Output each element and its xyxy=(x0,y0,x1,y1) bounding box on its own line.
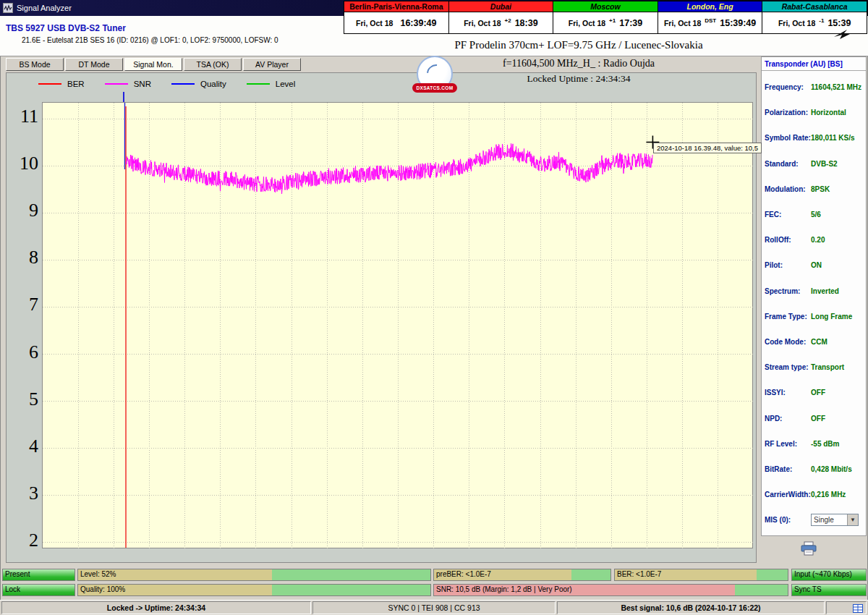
cursor-tooltip: 2024-10-18 16.39.48, value: 10,5 xyxy=(653,143,762,153)
legend-snr: SNR xyxy=(105,80,151,88)
legend-label: Quality xyxy=(200,80,226,88)
param-label: MIS (0): xyxy=(765,516,811,524)
transponder-row: Modulation:8PSK xyxy=(762,177,866,202)
param-label: BitRate: xyxy=(765,465,811,473)
status-bar: Locked -> Uptime: 24:34:34 SYNC 0 | TEI … xyxy=(0,600,868,615)
param-value: 5/6 xyxy=(811,211,821,219)
param-label: Standard: xyxy=(765,160,811,168)
clock-datetime: Fri, Oct 18+117:39 xyxy=(553,12,658,33)
y-tick: 10 xyxy=(8,153,38,174)
param-value: Horizontal xyxy=(811,109,846,116)
lock-indicator: Lock xyxy=(2,584,75,596)
param-label: NPD: xyxy=(765,415,811,423)
clock-datetime: Fri, Oct 18+218:39 xyxy=(449,12,553,33)
clock-city-label: Rabat-Casablanca xyxy=(762,1,867,12)
param-label: RollOff: xyxy=(765,236,811,244)
transponder-row: Symbol Rate:180,011 KS/s xyxy=(762,125,866,150)
snr-bar: SNR: 10,5 dB (Margin: 1,2 dB | Very Poor… xyxy=(433,584,788,596)
transponder-row: Standard:DVB-S2 xyxy=(762,151,866,177)
param-label: Symbol Rate: xyxy=(765,134,811,142)
param-value: ON xyxy=(811,261,822,269)
world-clocks: Berlin-Paris-Vienna-RomaFri, Oct 1816:39… xyxy=(344,1,867,34)
status-grid-icon xyxy=(826,601,867,614)
status-best-signal: Best signal: 10,6 dB (2024-10-17 16:22) xyxy=(557,601,825,614)
param-label: RF Level: xyxy=(765,440,811,448)
bar-label: Present xyxy=(5,570,30,578)
mis-selected-value: Single xyxy=(812,516,847,524)
tuner-name: TBS 5927 USB DVB-S2 Tuner xyxy=(6,23,126,33)
transponder-row: Polarization:Horizontal xyxy=(762,100,866,125)
y-tick: 11 xyxy=(8,106,38,127)
bar-label: Quality: 100% xyxy=(80,585,125,593)
transponder-row: BitRate:0,428 Mbit/s xyxy=(762,457,866,482)
legend-label: BER xyxy=(67,80,85,88)
legend-line xyxy=(247,83,270,85)
bar-label: preBER: <1.0E-7 xyxy=(436,570,491,578)
transponder-row: ISSYI:OFF xyxy=(762,380,866,405)
tab-signal-mon-[interactable]: Signal Mon. xyxy=(124,58,182,71)
quality-line-stub xyxy=(123,92,124,102)
chevron-down-icon: ▼ xyxy=(847,514,858,525)
bar-label: Level: 52% xyxy=(80,570,116,578)
y-tick: 5 xyxy=(8,389,38,410)
param-value: OFF xyxy=(811,389,825,396)
app-icon xyxy=(3,3,13,13)
signal-chart: BERSNRQualityLevel 111098765432 xyxy=(6,72,757,563)
transponder-row: RF Level:-55 dBm xyxy=(762,431,866,457)
print-icon[interactable] xyxy=(800,541,817,559)
legend-ber: BER xyxy=(38,80,85,88)
sync-ts-indicator: Sync TS xyxy=(791,584,867,596)
bar-label: Input (~470 Kbps) xyxy=(794,570,852,578)
transponder-row: CarrierWidth:0,216 MHz xyxy=(762,482,866,507)
tab-bs-mode[interactable]: BS Mode xyxy=(6,58,64,71)
transponder-title: Transponder (AU) [BS] xyxy=(762,57,866,71)
transponder-row: FEC:5/6 xyxy=(762,202,866,227)
tuner-details: 21.6E - Eutelsat 21B SES 16 (ID: 0216) @… xyxy=(22,36,278,44)
frequency-info: f=11604,500 MHz_H_ : Radio Oujda xyxy=(405,58,752,69)
transponder-row: NPD:OFF xyxy=(762,405,866,430)
tab-dt-mode[interactable]: DT Mode xyxy=(65,58,123,71)
dxsatcs-logo: DXSATCS.COM xyxy=(412,56,457,98)
transponder-rows: Frequency:11604,521 MHzPolarization:Hori… xyxy=(762,75,866,507)
y-tick: 6 xyxy=(8,342,38,363)
clock-dubai: DubaiFri, Oct 18+218:39 xyxy=(448,1,553,33)
tab-av-player[interactable]: AV Player xyxy=(243,58,301,71)
param-value: 0,216 MHz xyxy=(811,491,846,499)
param-label: Code Mode: xyxy=(765,338,811,346)
transponder-row: Stream type:Transport xyxy=(762,355,866,380)
mode-tabs: BS ModeDT ModeSignal Mon.TSA (OK)AV Play… xyxy=(6,58,301,71)
legend-label: SNR xyxy=(134,80,151,88)
legend-quality: Quality xyxy=(171,80,226,88)
clock-datetime: Fri, Oct 18DST15:39:49 xyxy=(658,12,762,33)
param-value: Long Frame xyxy=(811,313,852,321)
chart-legend: BERSNRQualityLevel xyxy=(38,80,295,88)
y-tick: 9 xyxy=(8,200,38,221)
mis-select[interactable]: Single ▼ xyxy=(811,514,859,526)
transponder-row: Code Mode:CCM xyxy=(762,329,866,355)
tab-tsa-ok-[interactable]: TSA (OK) xyxy=(184,58,242,71)
preber-bar: preBER: <1.0E-7 xyxy=(433,569,611,581)
param-label: Stream type: xyxy=(765,363,811,371)
param-value: CCM xyxy=(811,338,827,346)
clock-moscow: MoscowFri, Oct 18+117:39 xyxy=(553,1,658,33)
logo-banner: DXSATCS.COM xyxy=(412,83,457,93)
level-bar: Level: 52% xyxy=(77,569,431,581)
param-value: OFF xyxy=(811,415,825,423)
param-value: 11604,521 MHz xyxy=(811,83,861,91)
mis-row: MIS (0): Single ▼ xyxy=(762,507,866,533)
param-label: Frequency: xyxy=(765,83,811,91)
clock-datetime: Fri, Oct 1816:39:49 xyxy=(344,12,448,33)
status-uptime: Locked -> Uptime: 24:34:34 xyxy=(1,601,311,614)
y-tick: 4 xyxy=(8,436,38,457)
transponder-panel: Transponder (AU) [BS] Frequency:11604,52… xyxy=(761,56,867,536)
legend-line xyxy=(105,83,128,85)
legend-line xyxy=(38,83,61,85)
param-value: DVB-S2 xyxy=(811,160,838,168)
transponder-row: Frame Type:Long Frame xyxy=(762,304,866,329)
plot-area[interactable] xyxy=(42,102,753,548)
status-sync-counters: SYNC 0 | TEI 908 | CC 913 xyxy=(312,601,556,614)
transponder-row: Frequency:11604,521 MHz xyxy=(762,75,866,100)
clock-city-label: Moscow xyxy=(553,1,658,12)
y-tick: 2 xyxy=(8,530,38,551)
bar-label: BER: <1.0E-7 xyxy=(617,570,661,578)
